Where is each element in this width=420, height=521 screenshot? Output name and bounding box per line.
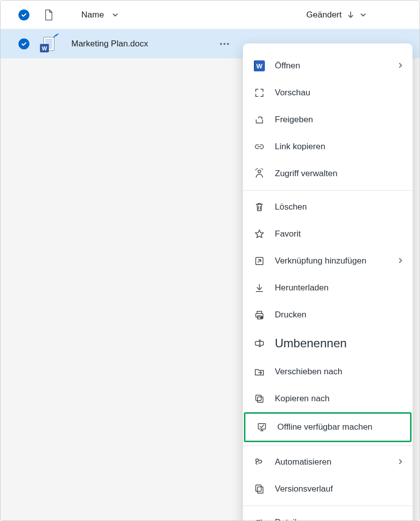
shared-indicator-icon: [53, 33, 60, 42]
menu-divider: [243, 445, 413, 446]
svg-point-0: [258, 170, 261, 173]
column-modified-label: Geändert: [306, 10, 342, 20]
menu-add-shortcut[interactable]: Verknüpfung hinzufügen: [243, 248, 413, 274]
column-name-label: Name: [81, 10, 104, 20]
file-list-panel: Name Geändert W Marketing Plan.docx: [0, 0, 420, 521]
chevron-down-icon: [360, 11, 367, 18]
svg-point-5: [260, 316, 263, 319]
link-icon: [254, 141, 265, 152]
column-header-row: Name Geändert: [0, 0, 420, 29]
more-actions-button[interactable]: [216, 39, 233, 49]
trash-icon: [254, 202, 265, 213]
share-icon: [254, 114, 265, 125]
svg-rect-10: [256, 485, 261, 492]
menu-automate[interactable]: Automatisieren: [243, 449, 413, 476]
menu-details[interactable]: E) Details: [243, 509, 413, 521]
select-all-checkbox[interactable]: [18, 9, 29, 20]
word-app-icon: W: [254, 60, 265, 71]
chevron-right-icon: [398, 61, 404, 71]
menu-download[interactable]: Herunterladen: [243, 274, 413, 301]
menu-open[interactable]: W Öffnen: [243, 52, 413, 79]
tutorial-highlight: Offline verfügbar machen: [244, 412, 412, 442]
details-shortcut-icon: E): [254, 517, 265, 521]
svg-rect-8: [257, 397, 263, 402]
move-to-icon: [254, 366, 265, 377]
context-menu: W Öffnen Vorschau Freigeben Link kopiere…: [243, 43, 413, 521]
menu-make-available-offline[interactable]: Offline verfügbar machen: [245, 414, 410, 441]
shortcut-icon: [254, 256, 265, 266]
star-icon: [254, 229, 265, 240]
menu-version-history[interactable]: Versionsverlauf: [243, 476, 413, 503]
svg-rect-6: [255, 341, 264, 345]
menu-copy-to[interactable]: Kopieren nach: [243, 385, 413, 412]
menu-manage-access[interactable]: Zugriff verwalten: [243, 160, 413, 187]
preview-icon: [254, 87, 265, 98]
offline-icon: [256, 422, 267, 433]
version-history-icon: [254, 484, 265, 495]
column-header-name[interactable]: Name: [81, 10, 119, 20]
chevron-right-icon: [398, 256, 404, 266]
chevron-down-icon: [112, 11, 119, 18]
svg-rect-7: [256, 395, 261, 401]
word-document-icon: W: [40, 36, 56, 52]
svg-rect-11: [257, 487, 263, 493]
download-icon: [254, 282, 265, 293]
menu-print[interactable]: Drucken: [243, 301, 413, 328]
manage-access-icon: [254, 168, 265, 179]
file-type-column-icon: [43, 9, 53, 20]
print-icon: [254, 309, 265, 320]
sort-descending-icon: [347, 11, 355, 19]
menu-copy-link[interactable]: Link kopieren: [243, 133, 413, 160]
row-checkbox[interactable]: [18, 38, 29, 49]
svg-marker-1: [255, 230, 264, 238]
column-header-modified[interactable]: Geändert: [306, 10, 367, 20]
rename-icon: [254, 338, 265, 349]
menu-delete[interactable]: Löschen: [243, 194, 413, 221]
menu-preview[interactable]: Vorschau: [243, 79, 413, 106]
chevron-right-icon: [398, 457, 404, 467]
svg-rect-9: [258, 424, 266, 429]
automate-icon: [254, 457, 265, 468]
menu-divider: [243, 506, 413, 506]
menu-share[interactable]: Freigeben: [243, 106, 413, 133]
copy-to-icon: [254, 393, 265, 404]
menu-move-to[interactable]: Verschieben nach: [243, 358, 413, 385]
file-name: Marketing Plan.docx: [71, 39, 148, 49]
menu-favorite[interactable]: Favorit: [243, 221, 413, 248]
menu-rename[interactable]: Umbenennen: [243, 328, 413, 358]
menu-divider: [243, 190, 413, 191]
